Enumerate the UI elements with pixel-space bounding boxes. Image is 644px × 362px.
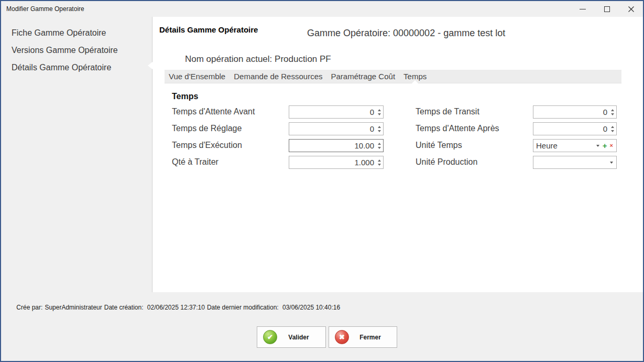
valider-button-label: Valider	[277, 334, 325, 341]
fermer-button[interactable]: ✖ Fermer	[329, 326, 397, 348]
label-qte-a-traiter: Qté à Traiter	[172, 157, 219, 167]
label-unite-production: Unité Production	[416, 157, 477, 167]
window-controls	[571, 1, 643, 17]
check-icon: ✔	[263, 330, 277, 344]
label-temps-de-transit: Temps de Transit	[416, 107, 479, 116]
temps-de-reglage-spinner[interactable]: 0	[289, 122, 384, 135]
spinner-arrows-icon[interactable]	[609, 106, 616, 118]
modified-date-value: 03/06/2025 10:40:16	[282, 304, 340, 311]
tab-parametrage-cout[interactable]: Paramétrage Coût	[326, 70, 399, 83]
title-bar: Modifier Gamme Operatoire	[1, 1, 643, 17]
temps-attente-avant-value: 0	[289, 108, 376, 116]
temps-dexecution-value: 10.00	[289, 141, 376, 150]
temps-attente-avant-spinner[interactable]: 0	[289, 105, 384, 119]
creation-date-label: Date création:	[104, 304, 145, 311]
temps-attente-apres-value: 0	[533, 124, 609, 133]
temps-dexecution-spinner[interactable]: 10.00	[289, 139, 384, 152]
tab-strip: Vue d'Ensemble Demande de Ressources Par…	[165, 70, 621, 83]
tab-demande-de-ressources[interactable]: Demande de Ressources	[230, 70, 326, 83]
tab-vue-densemble[interactable]: Vue d'Ensemble	[165, 70, 230, 83]
qte-a-traiter-spinner[interactable]: 1.000	[289, 156, 384, 169]
label-unite-temps: Unité Temps	[416, 141, 462, 150]
creation-date-value: 02/06/2025 12:37:10	[147, 304, 205, 311]
window-title: Modifier Gamme Operatoire	[1, 5, 571, 13]
created-by-value: SuperAdministrateur	[45, 304, 102, 311]
modifier-gamme-operatoire-window: Modifier Gamme Operatoire Fiche Gamme Op…	[0, 0, 644, 362]
close-button[interactable]	[619, 1, 643, 17]
temps-attente-apres-spinner[interactable]: 0	[533, 122, 617, 135]
record-title: Gamme Opératoire: 00000002 - gamme test …	[307, 28, 505, 39]
status-bar: Crée par:SuperAdministrateurDate créatio…	[9, 296, 342, 318]
fermer-button-label: Fermer	[349, 334, 397, 341]
label-temps-attente-apres: Temps d'Attente Après	[416, 124, 499, 133]
temps-de-transit-spinner[interactable]: 0	[533, 105, 617, 119]
minimize-button[interactable]	[571, 1, 595, 17]
temps-de-reglage-value: 0	[289, 124, 376, 133]
sidebar-item-details-gamme-operatoire[interactable]: Détails Gamme Opératoire	[12, 61, 111, 74]
selected-item-notch	[148, 62, 152, 69]
add-unit-icon[interactable]: +	[603, 142, 607, 150]
chevron-down-icon[interactable]	[610, 162, 613, 164]
maximize-icon	[604, 6, 610, 12]
minimize-icon	[580, 9, 586, 9]
label-temps-dexecution: Temps d'Exécution	[172, 141, 242, 150]
maximize-button[interactable]	[595, 1, 619, 17]
operation-name-text: Nom opération actuel: Production PF	[185, 54, 331, 65]
created-by-label: Crée par:	[16, 304, 42, 311]
valider-button[interactable]: ✔ Valider	[257, 326, 326, 348]
tab-temps[interactable]: Temps	[399, 70, 431, 83]
qte-a-traiter-value: 1.000	[289, 158, 376, 167]
chevron-down-icon[interactable]	[596, 145, 599, 147]
spinner-arrows-icon[interactable]	[376, 140, 383, 152]
sidebar-item-versions-gamme-operatoire[interactable]: Versions Gamme Opératoire	[12, 44, 118, 57]
unite-temps-combo[interactable]: Heure + ×	[533, 139, 617, 152]
unite-production-combo[interactable]	[533, 156, 617, 169]
spinner-arrows-icon[interactable]	[609, 123, 616, 135]
modified-date-label: Date dernier modification:	[207, 304, 280, 311]
sidebar-item-fiche-gamme-operatoire[interactable]: Fiche Gamme Opératoire	[12, 26, 106, 40]
main-panel: Détails Gamme Opératoire Gamme Opératoir…	[152, 17, 643, 292]
section-heading-temps: Temps	[172, 92, 198, 101]
spinner-arrows-icon[interactable]	[376, 123, 383, 135]
label-temps-de-reglage: Temps de Réglage	[172, 124, 242, 133]
cancel-icon: ✖	[335, 330, 349, 344]
close-icon	[628, 6, 635, 13]
temps-de-transit-value: 0	[533, 108, 609, 116]
clear-unit-icon[interactable]: ×	[610, 143, 613, 148]
label-temps-attente-avant: Temps d'Attente Avant	[172, 107, 255, 116]
panel-title: Détails Gamme Opératoire	[159, 25, 258, 34]
unite-temps-value: Heure	[533, 141, 593, 150]
spinner-arrows-icon[interactable]	[376, 156, 383, 168]
spinner-arrows-icon[interactable]	[376, 106, 383, 118]
